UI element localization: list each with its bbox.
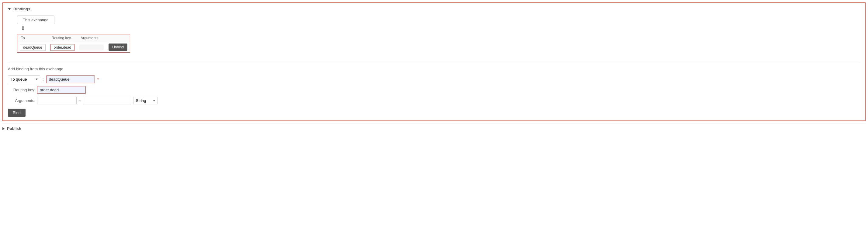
bindings-section: Bindings This exchange ⇓ To Routing key … [2, 2, 866, 121]
bind-button[interactable]: Bind [8, 109, 26, 117]
type-select-wrapper: String Number Boolean ▼ [133, 97, 157, 104]
exchange-box-label: This exchange [23, 18, 49, 22]
bottom-header: Publish [2, 126, 866, 131]
arguments-cell [77, 42, 106, 53]
routing-key-input[interactable] [37, 86, 86, 94]
arguments-value [79, 44, 104, 51]
routing-key-row: Routing key: [8, 86, 860, 94]
to-queue-input[interactable] [46, 76, 95, 83]
arg-key-input[interactable] [37, 97, 76, 104]
arguments-label: Arguments: [8, 98, 35, 103]
table-row: deadQueue order.dead Unbind [17, 42, 130, 53]
routing-key-value: order.dead [51, 44, 74, 51]
queue-value: deadQueue [20, 44, 45, 51]
routing-key-cell: order.dead [48, 42, 77, 53]
down-arrow-icon: ⇓ [21, 26, 25, 31]
routing-key-label: Routing key: [8, 88, 35, 92]
add-binding-label: Add binding from this exchange [8, 67, 860, 71]
col-header-to: To [17, 34, 48, 42]
to-queue-select[interactable]: To queue To exchange [8, 76, 40, 83]
bottom-title: Publish [7, 126, 21, 131]
col-header-arguments: Arguments [77, 34, 106, 42]
bindings-header: Bindings [8, 7, 860, 11]
bottom-section: Publish [2, 124, 866, 131]
to-queue-row: To queue To exchange ▼ : * [8, 76, 860, 83]
chevron-right-icon[interactable] [2, 127, 5, 130]
section-divider [8, 62, 860, 62]
col-header-routing-key: Routing key [48, 34, 77, 42]
colon-separator: : [42, 77, 44, 82]
required-star: * [97, 77, 99, 82]
unbind-button[interactable]: Unbind [108, 43, 127, 51]
arguments-row: Arguments: = String Number Boolean ▼ [8, 97, 860, 104]
exchange-box-wrapper: This exchange ⇓ [17, 16, 860, 31]
arg-value-input[interactable] [83, 97, 131, 104]
type-select[interactable]: String Number Boolean [133, 97, 157, 104]
bindings-table: To Routing key Arguments deadQueue order… [17, 34, 130, 53]
exchange-box: This exchange [17, 16, 55, 24]
to-queue-select-wrapper: To queue To exchange ▼ [8, 76, 40, 83]
chevron-down-icon[interactable] [8, 8, 11, 10]
equals-sign: = [79, 98, 81, 103]
to-cell: deadQueue [17, 42, 48, 53]
bindings-title: Bindings [13, 7, 30, 11]
unbind-cell: Unbind [106, 42, 130, 53]
col-header-action [106, 34, 130, 42]
